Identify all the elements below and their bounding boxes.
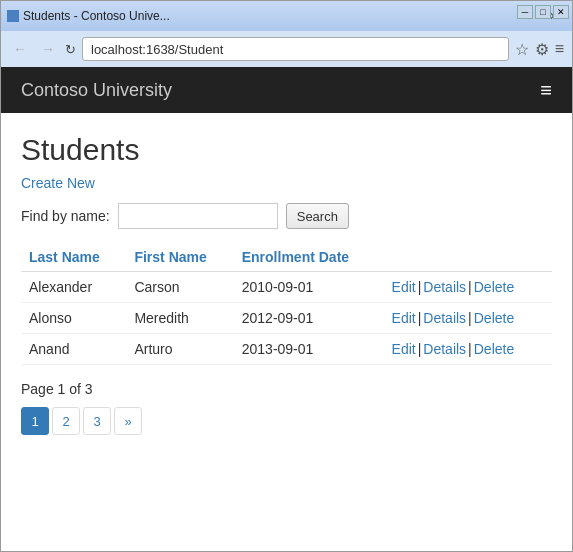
back-button[interactable]: ← [9, 38, 31, 60]
page-button-»[interactable]: » [114, 407, 142, 435]
details-link[interactable]: Details [423, 341, 466, 357]
find-label: Find by name: [21, 208, 110, 224]
cell-actions: Edit|Details|Delete [384, 272, 552, 303]
page-title: Students [21, 133, 552, 167]
cell-actions: Edit|Details|Delete [384, 303, 552, 334]
details-link[interactable]: Details [423, 310, 466, 326]
col-last-name[interactable]: Last Name [21, 243, 126, 272]
cell-first-name: Arturo [126, 334, 233, 365]
create-new-link[interactable]: Create New [21, 175, 95, 191]
star-icon[interactable]: ☆ [515, 40, 529, 59]
table-row: Alexander Carson 2010-09-01 Edit|Details… [21, 272, 552, 303]
navbar-brand: Contoso University [21, 80, 172, 101]
search-input[interactable] [118, 203, 278, 229]
search-button[interactable]: Search [286, 203, 349, 229]
details-link[interactable]: Details [423, 279, 466, 295]
col-enrollment-date[interactable]: Enrollment Date [234, 243, 384, 272]
close-button[interactable]: ✕ [553, 5, 569, 19]
url-bar[interactable]: localhost:1638/Student [82, 37, 509, 61]
cell-date: 2013-09-01 [234, 334, 384, 365]
tab-favicon [7, 10, 19, 22]
tab-title: Students - Contoso Unive... [23, 9, 545, 23]
browser-window: Students - Contoso Unive... ✕ ─ □ ✕ ← → … [0, 0, 573, 552]
table-row: Alonso Meredith 2012-09-01 Edit|Details|… [21, 303, 552, 334]
cell-first-name: Meredith [126, 303, 233, 334]
refresh-button[interactable]: ↻ [65, 42, 76, 57]
address-bar: ← → ↻ localhost:1638/Student ☆ ⚙ ≡ [1, 31, 572, 67]
navbar-toggle[interactable]: ≡ [540, 80, 552, 100]
title-bar: Students - Contoso Unive... ✕ ─ □ ✕ [1, 1, 572, 31]
page-button-1[interactable]: 1 [21, 407, 49, 435]
edit-link[interactable]: Edit [392, 279, 416, 295]
cell-date: 2012-09-01 [234, 303, 384, 334]
main-content: Students Create New Find by name: Search… [1, 113, 572, 551]
forward-button[interactable]: → [37, 38, 59, 60]
edit-link[interactable]: Edit [392, 341, 416, 357]
students-table: Last Name First Name Enrollment Date Ale… [21, 243, 552, 365]
table-header-row: Last Name First Name Enrollment Date [21, 243, 552, 272]
delete-link[interactable]: Delete [474, 310, 514, 326]
settings-icon[interactable]: ⚙ [535, 40, 549, 59]
table-row: Anand Arturo 2013-09-01 Edit|Details|Del… [21, 334, 552, 365]
page-button-2[interactable]: 2 [52, 407, 80, 435]
url-text: localhost:1638/Student [91, 42, 223, 57]
cell-first-name: Carson [126, 272, 233, 303]
navbar: Contoso University ≡ [1, 67, 572, 113]
cell-date: 2010-09-01 [234, 272, 384, 303]
pagination: 123» [21, 407, 552, 435]
cell-last-name: Alexander [21, 272, 126, 303]
maximize-button[interactable]: □ [535, 5, 551, 19]
cell-actions: Edit|Details|Delete [384, 334, 552, 365]
page-content: Contoso University ≡ Students Create New… [1, 67, 572, 551]
menu-icon[interactable]: ≡ [555, 40, 564, 58]
col-actions [384, 243, 552, 272]
pagination-info: Page 1 of 3 [21, 381, 552, 397]
page-button-3[interactable]: 3 [83, 407, 111, 435]
search-row: Find by name: Search [21, 203, 552, 229]
delete-link[interactable]: Delete [474, 341, 514, 357]
col-first-name[interactable]: First Name [126, 243, 233, 272]
delete-link[interactable]: Delete [474, 279, 514, 295]
edit-link[interactable]: Edit [392, 310, 416, 326]
cell-last-name: Alonso [21, 303, 126, 334]
minimize-button[interactable]: ─ [517, 5, 533, 19]
cell-last-name: Anand [21, 334, 126, 365]
